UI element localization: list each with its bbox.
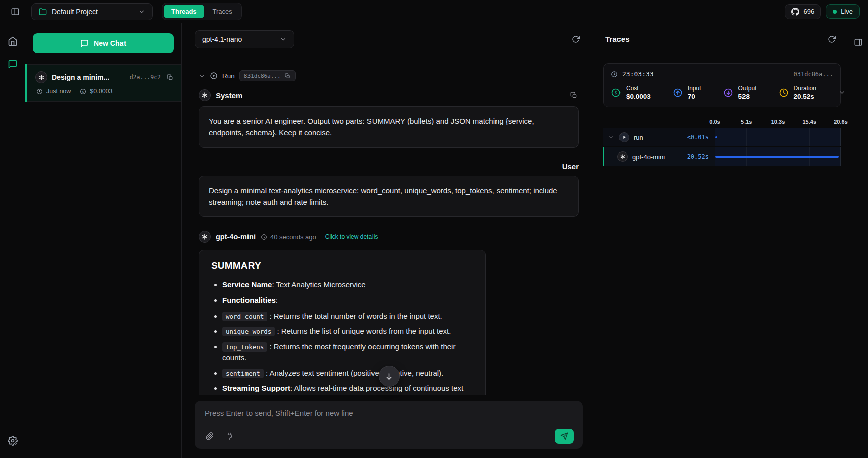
span-name: run [634, 134, 643, 141]
list-item: Streaming Support: Allows real-time data… [222, 383, 473, 395]
span-bar [715, 136, 717, 138]
refresh-traces-button[interactable] [825, 32, 839, 46]
system-role-label: System [216, 91, 242, 100]
live-status-badge[interactable]: Live [826, 4, 860, 19]
traces-header: Traces [596, 23, 848, 55]
bullet-text: : Analyzes text sentiment (positive, neg… [264, 369, 444, 377]
nav-settings-button[interactable] [6, 434, 20, 448]
bullet-term: Functionalities [222, 296, 276, 304]
send-icon [560, 432, 568, 440]
copy-thread-id-button[interactable] [165, 73, 174, 82]
assistant-timestamp: 40 seconds ago [270, 233, 316, 241]
system-message-box: You are a senior AI engineer. Output two… [199, 106, 579, 148]
scroll-to-bottom-button[interactable] [379, 366, 400, 387]
nav-rail [0, 23, 25, 458]
span-row-gpt-4o-mini[interactable]: gpt-4o-mini 20.52s [603, 147, 841, 166]
copy-run-id-button[interactable] [284, 72, 291, 79]
send-button[interactable] [555, 429, 574, 444]
list-item: unique_words : Returns the list of uniqu… [222, 326, 473, 337]
nav-chat-button[interactable] [6, 57, 20, 71]
arrow-down-icon [385, 372, 393, 381]
trace-time: 23:03:33 [622, 70, 654, 78]
summary-heading: SUMMARY [211, 260, 473, 271]
bullet-text: : Returns the list of unique words from … [275, 327, 451, 335]
cost-icon: $ [611, 88, 621, 98]
clock-icon [611, 71, 618, 78]
list-item: Service Name: Text Analytics Microservic… [222, 279, 473, 290]
gear-icon [8, 436, 18, 446]
chat-scroll-area[interactable]: Run 831dc86a... [182, 55, 596, 395]
home-icon [8, 36, 18, 46]
traces-panel: Traces 23:03:33 031dc86a... [596, 23, 848, 458]
project-name: Default Project [52, 8, 98, 16]
folder-icon [39, 8, 47, 16]
trace-expand-chevron[interactable] [838, 89, 846, 96]
play-circle-icon [619, 132, 629, 142]
github-star-count: 696 [803, 8, 814, 15]
nav-home-button[interactable] [6, 34, 20, 48]
plug-icon [226, 432, 234, 440]
run-span-header[interactable]: Run 831dc86a... [199, 70, 579, 81]
openai-logo-icon [35, 71, 47, 83]
span-duration: 20.52s [687, 153, 715, 160]
view-details-link[interactable]: Click to view details [325, 233, 378, 240]
thread-time: Just now [46, 88, 71, 95]
bullet-term: Service Name [222, 280, 272, 289]
model-selector[interactable]: gpt-4.1-nano [195, 30, 294, 48]
span-row-run[interactable]: run <0.01s [603, 128, 841, 146]
timeline-tick: 20.6s [834, 119, 848, 125]
timeline-tick: 15.4s [802, 119, 816, 125]
cost-icon: $ [80, 88, 86, 95]
sidebar-toggle-button[interactable] [8, 5, 22, 19]
refresh-chat-button[interactable] [569, 32, 583, 46]
new-chat-button[interactable]: New Chat [33, 33, 174, 53]
attach-file-button[interactable] [204, 430, 216, 442]
bullet-code: unique_words [222, 327, 275, 336]
metric-cost: $ Cost$0.0003 [611, 85, 651, 100]
chevron-down-icon [138, 8, 145, 15]
paperclip-icon [206, 432, 214, 440]
output-tokens-icon [723, 88, 733, 98]
span-track [715, 147, 841, 166]
thread-list-item[interactable]: Design a minim... d2a...9c2 Just now [25, 64, 181, 102]
live-label: Live [841, 8, 853, 15]
bullet-text: : Text Analytics Microservice [272, 280, 365, 289]
view-tabs: Threads Traces [162, 3, 242, 20]
project-selector[interactable]: Default Project [31, 3, 153, 20]
app-root: Default Project Threads Traces 696 Live [0, 0, 868, 458]
metric-value: 20.52s [794, 93, 816, 100]
chevron-down-icon [280, 36, 287, 43]
github-icon [791, 8, 799, 16]
github-stars-badge[interactable]: 696 [785, 4, 821, 19]
tools-button[interactable] [224, 430, 236, 442]
new-chat-icon [80, 39, 89, 48]
tab-threads[interactable]: Threads [164, 5, 204, 18]
timeline-tick: 0.0s [709, 119, 720, 125]
metric-value: $0.0003 [626, 93, 651, 100]
thread-id: d2a...9c2 [130, 74, 161, 81]
list-item: word_count : Returns the total number of… [222, 311, 473, 322]
copy-message-button[interactable] [569, 90, 579, 100]
openai-logo-icon [199, 89, 211, 101]
collapse-chevron-icon[interactable] [199, 73, 205, 79]
bullet-code: top_tokens [222, 342, 267, 352]
right-rail [848, 23, 868, 458]
openai-logo-icon [199, 231, 211, 243]
assistant-message-box: SUMMARY Service Name: Text Analytics Mic… [199, 250, 486, 395]
trace-card[interactable]: 23:03:33 031dc86a... $ Cost$0.0003 [603, 63, 841, 107]
refresh-icon [828, 35, 836, 43]
message-input-box[interactable] [195, 401, 583, 449]
list-item: top_tokens : Returns the most frequently… [222, 341, 473, 363]
timeline-axis: 0.0s 5.1s 10.3s 15.4s 20.6s [603, 114, 841, 127]
live-dot-icon [833, 10, 837, 14]
assistant-message-header: gpt-4o-mini 40 seconds ago Click to view… [199, 231, 579, 243]
panel-right-icon [854, 38, 863, 47]
span-track [715, 128, 841, 146]
bullet-text: : Returns the total number of words in t… [267, 312, 442, 320]
tab-traces[interactable]: Traces [205, 5, 240, 18]
message-input[interactable] [202, 408, 576, 425]
collapse-chevron-icon[interactable] [608, 134, 614, 140]
bullet-code: word_count [222, 312, 267, 321]
right-panel-toggle-button[interactable] [851, 35, 865, 49]
panel-left-icon [11, 7, 20, 16]
